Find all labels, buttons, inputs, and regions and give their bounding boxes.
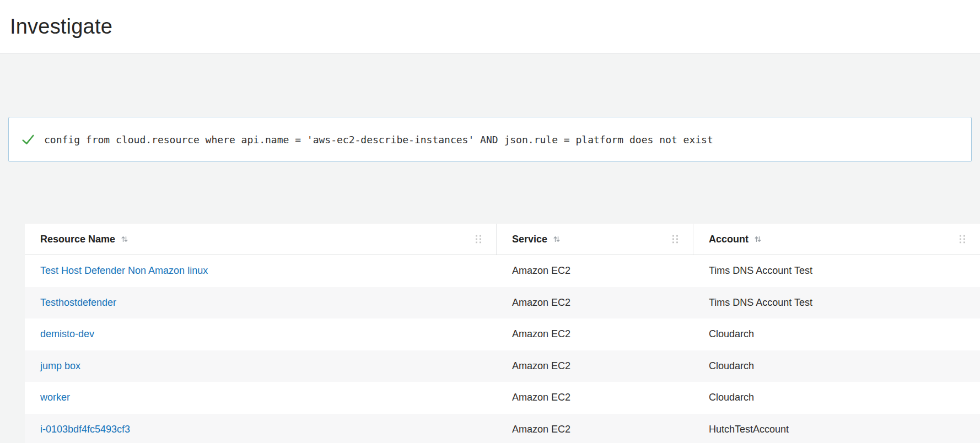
service-cell: Amazon EC2	[497, 255, 693, 287]
account-cell: Cloudarch	[693, 382, 980, 414]
table-row: demisto-dev Amazon EC2 Cloudarch	[25, 318, 980, 350]
table-row: jump box Amazon EC2 Cloudarch	[25, 350, 980, 382]
sort-arrows-icon[interactable]	[553, 235, 561, 243]
table-header-row: Resource Name	[25, 224, 980, 255]
resource-name-cell: Testhostdefender	[25, 287, 497, 319]
resource-name-cell: demisto-dev	[25, 318, 497, 350]
page-header: Investigate	[0, 0, 980, 53]
drag-handle-icon[interactable]	[476, 235, 482, 244]
account-cell: Cloudarch	[693, 318, 980, 350]
column-label: Account	[709, 234, 749, 245]
resource-name-link[interactable]: Testhostdefender	[40, 297, 116, 309]
results-table: Resource Name	[25, 224, 980, 443]
resource-name-link[interactable]: jump box	[40, 360, 80, 372]
resource-name-cell: i-0103bdf4fc5493cf3	[25, 414, 497, 443]
service-cell: Amazon EC2	[497, 350, 693, 382]
table-row: i-0103bdf4fc5493cf3 Amazon EC2 HutchTest…	[25, 414, 980, 443]
account-cell: HutchTestAccount	[693, 414, 980, 443]
account-cell: Tims DNS Account Test	[693, 255, 980, 287]
column-header-resource-name[interactable]: Resource Name	[25, 224, 497, 255]
table-row: Test Host Defender Non Amazon linux Amaz…	[25, 255, 980, 287]
column-header-account[interactable]: Account	[693, 224, 980, 255]
resource-name-cell: Test Host Defender Non Amazon linux	[25, 255, 497, 287]
resource-name-cell: jump box	[25, 350, 497, 382]
table-row: Testhostdefender Amazon EC2 Tims DNS Acc…	[25, 287, 980, 319]
drag-handle-icon[interactable]	[672, 235, 679, 244]
service-cell: Amazon EC2	[497, 382, 693, 414]
service-cell: Amazon EC2	[497, 318, 693, 350]
drag-handle-icon[interactable]	[960, 235, 966, 244]
column-header-service[interactable]: Service	[497, 224, 693, 255]
account-cell: Cloudarch	[693, 350, 980, 382]
sort-arrows-icon[interactable]	[754, 235, 762, 243]
query-text: config from cloud.resource where api.nam…	[44, 134, 713, 145]
rql-query-input[interactable]: config from cloud.resource where api.nam…	[8, 117, 972, 162]
resource-name-link[interactable]: worker	[40, 392, 70, 403]
column-label: Resource Name	[40, 234, 115, 245]
table-row: worker Amazon EC2 Cloudarch	[25, 382, 980, 414]
resource-name-link[interactable]: Test Host Defender Non Amazon linux	[40, 265, 208, 277]
page-title: Investigate	[10, 15, 112, 39]
sort-arrows-icon[interactable]	[121, 235, 128, 243]
resource-name-link[interactable]: demisto-dev	[40, 328, 94, 340]
table-body: Test Host Defender Non Amazon linux Amaz…	[25, 255, 980, 443]
column-label: Service	[512, 234, 547, 245]
service-cell: Amazon EC2	[497, 414, 693, 443]
account-cell: Tims DNS Account Test	[693, 287, 980, 319]
service-cell: Amazon EC2	[497, 287, 693, 319]
check-icon	[21, 132, 35, 147]
resource-name-link[interactable]: i-0103bdf4fc5493cf3	[40, 424, 130, 435]
resource-name-cell: worker	[25, 382, 497, 414]
